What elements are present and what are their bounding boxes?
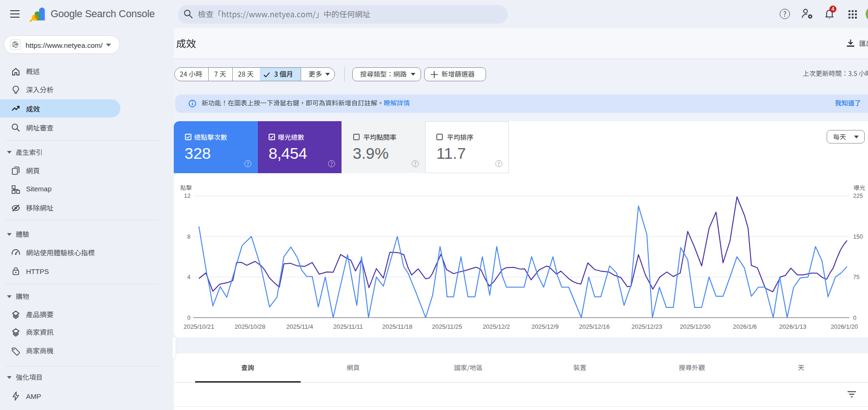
svg-text:12: 12 (184, 193, 191, 199)
svg-text:2026/1/13: 2026/1/13 (779, 323, 807, 330)
svg-text:2025/12/9: 2025/12/9 (532, 323, 559, 330)
svg-text:2025/10/28: 2025/10/28 (235, 323, 265, 330)
svg-text:2025/12/2: 2025/12/2 (483, 323, 510, 330)
svg-text:2026/1/20: 2026/1/20 (831, 323, 858, 330)
svg-text:150: 150 (853, 234, 863, 240)
svg-text:0: 0 (187, 315, 191, 321)
svg-text:2025/10/21: 2025/10/21 (184, 323, 214, 330)
svg-text:225: 225 (853, 193, 863, 199)
svg-text:2025/11/4: 2025/11/4 (286, 323, 313, 330)
svg-text:2025/12/16: 2025/12/16 (579, 323, 610, 330)
svg-text:0: 0 (853, 315, 856, 321)
svg-text:8: 8 (187, 234, 191, 240)
svg-text:4: 4 (187, 274, 191, 280)
svg-text:2025/11/25: 2025/11/25 (432, 323, 462, 330)
svg-text:2025/11/11: 2025/11/11 (333, 323, 363, 330)
svg-text:75: 75 (853, 274, 860, 280)
svg-text:2025/12/23: 2025/12/23 (631, 323, 662, 330)
svg-text:2025/12/30: 2025/12/30 (680, 323, 710, 330)
svg-text:2025/11/18: 2025/11/18 (382, 323, 412, 330)
svg-text:2026/1/6: 2026/1/6 (733, 323, 756, 330)
